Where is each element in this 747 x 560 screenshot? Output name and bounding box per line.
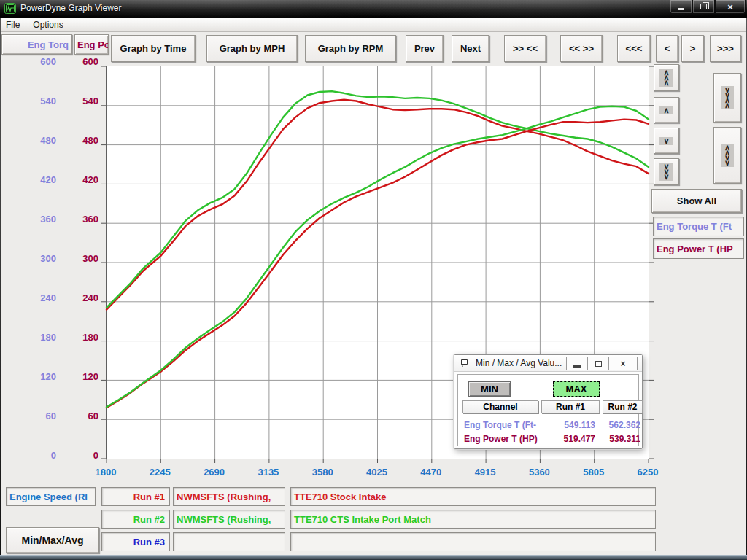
run1-label: Run #1 [101, 487, 170, 506]
torque-axis-tick: 180 [15, 332, 56, 343]
compress-scale-button[interactable]: ∨∨∧∧ [713, 73, 741, 122]
scale-up-button[interactable]: ∧ [654, 97, 679, 123]
x-channel-label: Engine Speed (RI [6, 487, 96, 506]
menu-file[interactable]: File [6, 20, 20, 30]
minmax-power-run1-value: 519.477 [540, 434, 595, 444]
minmax-torque-channel: Eng Torque T (Ft- [464, 420, 536, 430]
run2-label: Run #2 [101, 510, 170, 529]
power-axis-tick: 0 [58, 450, 98, 462]
minmax-header-channel[interactable]: Channel [462, 400, 538, 413]
torque-channel-label: Eng Torque T (Ft [653, 217, 744, 236]
minmax-power-channel: Eng Power T (HP) [464, 434, 538, 444]
torque-axis-tick: 540 [15, 96, 56, 107]
minmax-torque-run2-value: 562.362 [598, 420, 640, 430]
torque-axis-tick: 0 [15, 450, 56, 462]
scale-up-fast-button[interactable]: ∧∧∧ [654, 64, 679, 91]
minimize-icon [678, 8, 684, 10]
run1-description: TTE710 Stock Intake [290, 487, 656, 506]
maximize-button[interactable] [692, 0, 715, 14]
minmax-max-button[interactable]: MAX [553, 381, 600, 397]
rpm-axis-tick: 2245 [136, 467, 183, 478]
torque-axis-tick: 240 [15, 292, 56, 304]
up-chevron-icon: ∧ [659, 106, 673, 114]
torque-axis-tick: 480 [15, 135, 56, 147]
run2-description: TTE710 CTS Intake Port Match [290, 510, 656, 529]
expand-chevrons-icon: ∧∧∨∨ [721, 144, 734, 167]
power-axis-tick: 480 [58, 135, 98, 147]
minmax-maximize-button[interactable] [587, 357, 609, 370]
rpm-axis-tick: 4025 [354, 467, 400, 478]
minmax-window-icon [460, 359, 470, 368]
maximize-icon [700, 4, 707, 9]
step-back-button[interactable]: < [656, 35, 678, 62]
graph-by-mph-button[interactable]: Graph by MPH [206, 35, 298, 62]
torque-axis-tick: 300 [15, 253, 56, 265]
torque-axis-tick: 360 [15, 214, 56, 225]
power-channel-label: Eng Power T (HP [653, 238, 744, 259]
minmax-minimize-button[interactable] [566, 357, 588, 370]
rpm-axis-tick: 3580 [299, 467, 346, 478]
power-axis-tick: 60 [58, 411, 98, 422]
title-bar: PowerDyne Graph Viewer × [0, 0, 747, 18]
run3-file [173, 532, 285, 551]
show-all-button[interactable]: Show All [651, 189, 742, 213]
triple-down-chevron-icon: ∨∨∨ [659, 163, 673, 181]
expand-scale-button[interactable]: ∧∧∨∨ [713, 127, 741, 184]
minmax-power-run2-value: 539.311 [598, 434, 640, 444]
window-bottom-edge [0, 555, 747, 560]
run3-label: Run #3 [101, 532, 170, 551]
torque-axis-button[interactable]: Eng Torq [1, 34, 72, 55]
power-axis-button[interactable]: Eng Powe [74, 34, 109, 55]
power-axis-tick: 360 [58, 214, 98, 225]
menu-bar: File Options [0, 18, 747, 32]
torque-axis-tick: 600 [15, 56, 56, 68]
rpm-axis-tick: 6250 [624, 467, 671, 478]
minimize-icon [573, 365, 581, 368]
torque-axis-tick: 60 [15, 411, 56, 422]
graph-by-rpm-button[interactable]: Graph by RPM [305, 35, 396, 62]
window-title: PowerDyne Graph Viewer [20, 3, 122, 13]
minmax-header-run2[interactable]: Run #2 [603, 400, 643, 413]
rpm-axis-tick: 5360 [516, 467, 562, 478]
page-first-button[interactable]: <<< [617, 35, 651, 62]
power-axis-tick: 600 [58, 56, 98, 68]
power-axis-tick: 180 [58, 332, 98, 343]
minmax-window-title: Min / Max / Avg Valu... [476, 358, 562, 368]
shift-outward-button[interactable]: << >> [560, 35, 603, 62]
minmax-window-body: MIN MAX Channel Run #1 Run #2 Eng Torque… [457, 374, 639, 446]
graph-by-time-button[interactable]: Graph by Time [111, 35, 196, 62]
page-last-button[interactable]: >>> [710, 35, 741, 62]
triple-up-chevron-icon: ∧∧∧ [659, 69, 673, 87]
minmax-header-run1[interactable]: Run #1 [541, 400, 600, 413]
down-chevron-icon: ∨ [659, 137, 673, 145]
maximize-icon [595, 361, 602, 367]
run2-file: NWMSFTS (Rushing, [173, 510, 285, 529]
minmax-avg-button[interactable]: Min/Max/Avg [6, 527, 99, 553]
torque-axis-tick: 420 [15, 174, 56, 186]
close-icon: × [727, 1, 733, 12]
run3-description [290, 532, 656, 551]
prev-button[interactable]: Prev [406, 35, 444, 62]
scale-down-fast-button[interactable]: ∨∨∨ [654, 158, 679, 185]
power-axis-tick: 240 [58, 292, 98, 304]
minimize-button[interactable] [670, 0, 692, 14]
minmax-window-titlebar[interactable]: Min / Max / Avg Valu... × [454, 355, 642, 372]
close-button[interactable]: × [715, 0, 746, 14]
minmax-min-button[interactable]: MIN [468, 381, 511, 397]
shift-inward-button[interactable]: >> << [504, 35, 546, 62]
power-axis-tick: 300 [58, 253, 98, 265]
rpm-axis-tick: 4915 [462, 467, 508, 478]
power-axis-tick: 420 [58, 174, 98, 186]
rpm-axis-tick: 4470 [408, 467, 454, 478]
window-left-edge [0, 18, 1, 556]
minmax-window[interactable]: Min / Max / Avg Valu... × MIN MAX Channe… [454, 354, 643, 449]
power-axis-tick: 120 [58, 371, 98, 383]
menu-options[interactable]: Options [33, 20, 63, 30]
minmax-torque-run1-value: 549.113 [540, 420, 595, 430]
rpm-axis-tick: 5805 [570, 467, 617, 478]
next-button[interactable]: Next [452, 35, 489, 62]
step-forward-button[interactable]: > [681, 35, 704, 62]
rpm-axis-tick: 3135 [245, 467, 292, 478]
scale-down-button[interactable]: ∨ [654, 128, 679, 154]
minmax-close-button[interactable]: × [608, 357, 638, 370]
